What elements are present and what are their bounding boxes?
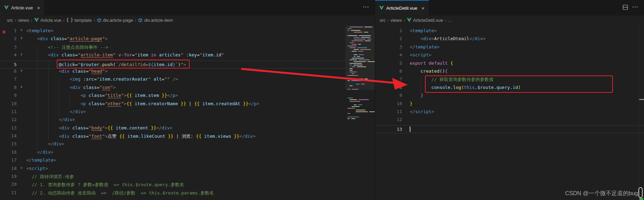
tab-label: ArticleDetil.vue: [386, 6, 417, 11]
code-text: </template>: [26, 157, 56, 163]
breadcrumb-item[interactable]: div.article-page: [97, 18, 133, 23]
code-line[interactable]: 2<div>ArticleDteail</div>: [375, 36, 644, 44]
gutter-breakpoint-zone[interactable]: [375, 126, 390, 133]
code-editor-article[interactable]: 1∨<template>2∨<div class="article-page">…: [0, 25, 375, 200]
gutter-breakpoint-zone[interactable]: [375, 85, 390, 93]
gutter-breakpoint-zone[interactable]: [0, 36, 7, 44]
gutter-breakpoint-zone[interactable]: [0, 166, 7, 174]
gutter-breakpoint-zone[interactable]: [0, 52, 7, 60]
minimap-code-mark: [356, 111, 368, 112]
breadcrumb-item[interactable]: src: [380, 18, 386, 23]
gutter-breakpoint-zone[interactable]: [0, 101, 7, 109]
more-actions-icon[interactable]: ⋯: [632, 3, 638, 10]
breadcrumb-item[interactable]: views: [391, 18, 402, 23]
code-line[interactable]: 17</template>: [0, 157, 375, 165]
code-line[interactable]: 9<p class="title">{{ item.stem }}</p>: [0, 93, 375, 101]
code-line[interactable]: 7<img :src="item.creatorAvatar" alt="" /…: [0, 76, 375, 84]
fold-chevron-icon[interactable]: ∨: [17, 36, 26, 44]
gutter-breakpoint-zone[interactable]: [0, 174, 7, 182]
gutter-breakpoint-zone[interactable]: [0, 133, 7, 141]
close-icon[interactable]: ×: [421, 6, 425, 11]
code-line[interactable]: 18∨<script>: [0, 166, 375, 174]
gutter-fold-zone: [402, 44, 410, 52]
code-line[interactable]: 11</div>: [0, 109, 375, 117]
code-line[interactable]: 16</div>: [0, 149, 375, 157]
gutter-breakpoint-zone[interactable]: [375, 52, 390, 60]
code-line[interactable]: 12</div>: [0, 117, 375, 125]
code-line[interactable]: 19// 跳转详情页-传参: [0, 174, 375, 182]
fold-chevron-icon[interactable]: ∨: [17, 166, 26, 174]
code-line[interactable]: 12: [375, 117, 644, 125]
gutter-breakpoint-zone[interactable]: [0, 61, 7, 68]
tab-articledetil-vue[interactable]: ArticleDetil.vue ×: [375, 0, 429, 15]
code-line[interactable]: 11</script>: [375, 109, 644, 117]
gutter-breakpoint-zone[interactable]: [375, 109, 390, 117]
code-line[interactable]: 20// 1. 查询参数传参 ? 参数=参数值 => this.$route.q…: [0, 182, 375, 190]
gutter-breakpoint-zone[interactable]: [375, 28, 390, 36]
gutter-breakpoint-zone[interactable]: [375, 44, 390, 52]
gutter-breakpoint-zone[interactable]: [375, 117, 390, 125]
code-line[interactable]: 10}: [375, 101, 644, 109]
line-number: 18: [7, 166, 17, 174]
code-line[interactable]: 13<div class="body">{{ item.content }}</…: [0, 125, 375, 133]
breadcrumb-item[interactable]: div.article-item: [138, 18, 173, 23]
breadcrumb-item[interactable]: ...: [448, 18, 452, 23]
fold-chevron-icon[interactable]: ∨: [17, 28, 26, 36]
breadcrumb-item[interactable]: Article.vue: [34, 18, 62, 23]
gutter-breakpoint-zone[interactable]: [0, 182, 7, 190]
code-line[interactable]: 13: [375, 125, 644, 133]
code-line[interactable]: 5export default {: [375, 61, 644, 69]
gutter-breakpoint-zone[interactable]: [0, 85, 7, 93]
gutter-breakpoint-zone[interactable]: [0, 44, 7, 52]
code-line[interactable]: 21// 2. 动态路由传参 改造路由 => /路径/参数 => this.$r…: [0, 190, 375, 198]
tab-article-vue[interactable]: Article.vue ×: [0, 0, 45, 15]
gutter-breakpoint-zone[interactable]: [0, 69, 7, 76]
code-line[interactable]: 3</template>: [375, 44, 644, 52]
gutter-breakpoint-zone[interactable]: [375, 36, 390, 44]
split-editor-icon[interactable]: [623, 4, 628, 11]
gutter-breakpoint-zone[interactable]: [0, 157, 7, 165]
gutter-fold-zone: [402, 28, 410, 36]
gutter-breakpoint-zone[interactable]: [0, 125, 7, 133]
code-line[interactable]: 10<p class="other">{{ item.creatorName }…: [0, 101, 375, 109]
minimap-code-mark: [354, 39, 366, 39]
gutter-breakpoint-zone[interactable]: [0, 93, 7, 101]
gutter-breakpoint-zone[interactable]: [375, 61, 390, 69]
code-line[interactable]: 15</div>: [0, 141, 375, 149]
code-line[interactable]: 1∨<template>: [0, 28, 375, 36]
code-line[interactable]: 8∨<div class="con">: [0, 85, 375, 93]
gutter-breakpoint-zone[interactable]: [375, 93, 390, 101]
fold-chevron-icon[interactable]: ∨: [17, 69, 26, 76]
fold-chevron-icon[interactable]: ∨: [17, 85, 26, 93]
close-icon[interactable]: ×: [37, 5, 40, 10]
breadcrumb-item[interactable]: src: [7, 18, 13, 23]
code-line[interactable]: 1<template>: [375, 28, 644, 36]
fold-chevron-icon[interactable]: ∨: [17, 52, 26, 60]
gutter-breakpoint-zone[interactable]: [375, 101, 390, 109]
gutter-breakpoint-zone[interactable]: [0, 109, 7, 117]
gutter-breakpoint-zone[interactable]: [0, 76, 7, 84]
breakpoint-icon[interactable]: [0, 28, 7, 36]
code-line[interactable]: 4<script>: [375, 52, 644, 60]
code-line[interactable]: 6∨<div class="head">: [0, 69, 375, 76]
gutter-breakpoint-zone[interactable]: [375, 69, 390, 76]
gutter-breakpoint-zone[interactable]: [0, 190, 7, 198]
more-actions-icon[interactable]: ⋯: [363, 3, 369, 10]
minimap-code-mark: [350, 70, 353, 71]
gutter-breakpoint-zone[interactable]: [0, 117, 7, 125]
breadcrumb-item[interactable]: { }template: [66, 18, 92, 23]
symbol-cube-icon: [138, 18, 143, 22]
breadcrumb-item[interactable]: views: [18, 18, 29, 23]
code-line[interactable]: 2∨<div class="article-page">: [0, 36, 375, 44]
minimap-code-mark: [347, 89, 350, 90]
code-line[interactable]: 9}: [375, 93, 644, 101]
code-line[interactable]: 3<!-- 注册点击跳转事件 -->: [0, 44, 375, 52]
code-editor-articledetil[interactable]: 1<template>2<div>ArticleDteail</div>3</t…: [375, 25, 644, 200]
gutter-breakpoint-zone[interactable]: [0, 149, 7, 157]
gutter-breakpoint-zone[interactable]: [375, 76, 390, 84]
code-line[interactable]: 14<div class="foot">点赞 {{ item.likeCount…: [0, 133, 375, 141]
scrollbar-track[interactable]: [639, 25, 639, 200]
gutter-breakpoint-zone[interactable]: [0, 141, 7, 149]
breadcrumb-item[interactable]: ArticleDetil.vue: [407, 18, 443, 23]
minimap[interactable]: [345, 26, 375, 129]
